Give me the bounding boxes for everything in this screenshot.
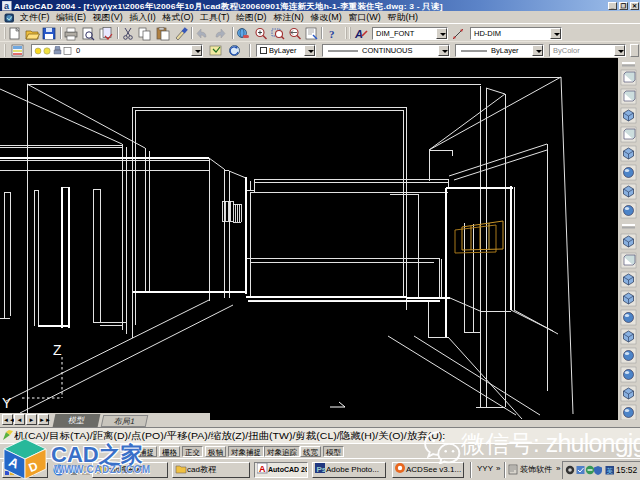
svg-text:Y: Y <box>2 395 12 411</box>
svg-text:A: A <box>259 463 266 473</box>
svg-text:Z: Z <box>53 342 62 358</box>
svg-text:Ps: Ps <box>317 464 327 473</box>
svg-text:英: 英 <box>607 467 614 475</box>
